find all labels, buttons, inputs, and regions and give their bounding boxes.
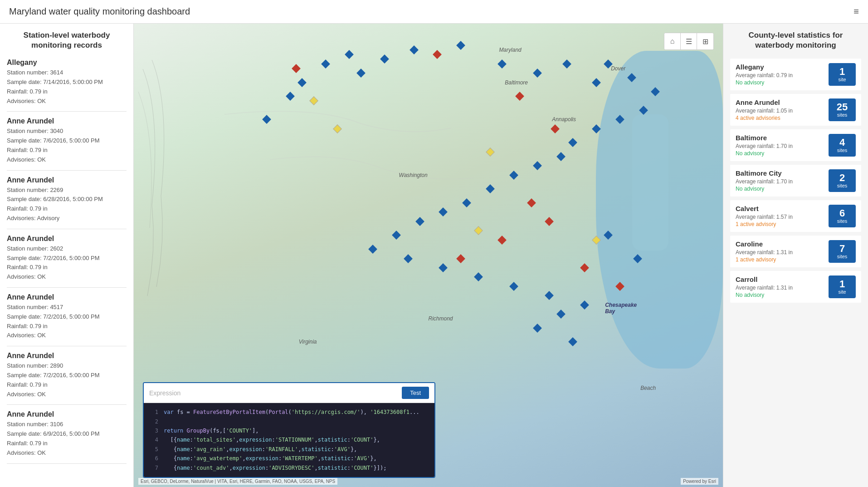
map-label-annapolis: Annapolis xyxy=(552,116,576,123)
test-button[interactable]: Test xyxy=(402,387,429,399)
county-advisory: No advisory xyxy=(736,292,824,298)
map-label-chesapeake: ChesapeakeBay xyxy=(605,302,637,315)
county-rainfall: Average rainfall: 1.57 in xyxy=(736,214,824,220)
county-rainfall: Average rainfall: 1.70 in xyxy=(736,143,824,149)
county-rainfall: Average rainfall: 1.05 in xyxy=(736,108,824,114)
station-detail: Station number: 3040 Sample date: 7/6/20… xyxy=(7,127,127,164)
list-tool-button[interactable]: ☰ xyxy=(681,33,697,49)
badge-number: 6 xyxy=(839,208,845,218)
station-detail: Station number: 3106 Sample date: 6/9/20… xyxy=(7,420,127,457)
county-rainfall: Average rainfall: 1.31 in xyxy=(736,249,824,256)
county-advisory: No advisory xyxy=(736,186,824,192)
station-name: Anne Arundel xyxy=(7,352,127,360)
station-item[interactable]: Anne Arundel Station number: 2890 Sample… xyxy=(7,352,127,405)
map-attribution: Esri, GEBCO, DeLorme, NaturalVue | VITA,… xyxy=(138,478,337,485)
county-info: Carroll Average rainfall: 1.31 in No adv… xyxy=(736,275,824,298)
badge-number: 2 xyxy=(839,173,845,183)
map-toolbar: ⌂ ☰ ⊞ xyxy=(664,33,714,50)
county-list: Allegany Average rainfall: 0.79 in No ad… xyxy=(730,59,861,303)
map-label-washington: Washington xyxy=(399,172,428,178)
map-label-beach: Beach xyxy=(640,385,656,391)
map-label-virginia: Virginia xyxy=(299,339,317,345)
expression-body[interactable]: 1 var fs = FeatureSetByPortalItem(Portal… xyxy=(144,403,434,477)
code-line-7: 7 {name:'count_adv',expression:'ADVISORY… xyxy=(149,463,429,472)
badge-label: site xyxy=(838,289,846,295)
station-item[interactable]: Anne Arundel Station number: 3106 Sample… xyxy=(7,410,127,463)
county-name: Baltimore City xyxy=(736,169,824,177)
code-line-6: 6 {name:'avg_watertemp',expression:'WATE… xyxy=(149,454,429,463)
county-item[interactable]: Allegany Average rainfall: 0.79 in No ad… xyxy=(730,59,861,90)
county-name: Caroline xyxy=(736,240,824,248)
layers-tool-button[interactable]: ⊞ xyxy=(697,33,713,49)
county-name: Allegany xyxy=(736,63,824,71)
code-line-1: 1 var fs = FeatureSetByPortalItem(Portal… xyxy=(149,408,429,417)
app-title: Maryland water quality monitoring dashbo… xyxy=(9,6,190,17)
county-badge: 1 site xyxy=(829,63,856,86)
county-item[interactable]: Baltimore City Average rainfall: 1.70 in… xyxy=(730,165,861,197)
county-name: Calvert xyxy=(736,205,824,212)
county-info: Calvert Average rainfall: 1.57 in 1 acti… xyxy=(736,205,824,227)
station-name: Allegany xyxy=(7,59,127,67)
county-advisory: 1 active advisory xyxy=(736,221,824,227)
station-detail: Station number: 3614 Sample date: 7/14/2… xyxy=(7,68,127,106)
county-item[interactable]: Baltimore Average rainfall: 1.70 in No a… xyxy=(730,129,861,161)
map-attribution-powered: Powered by Esri xyxy=(681,478,718,485)
app-header: Maryland water quality monitoring dashbo… xyxy=(0,0,868,24)
map-area[interactable]: Maryland Baltimore Annapolis Dover Washi… xyxy=(134,24,723,487)
county-badge: 1 site xyxy=(829,275,856,298)
station-item[interactable]: Anne Arundel Station number: 2602 Sample… xyxy=(7,235,127,288)
county-badge: 25 sites xyxy=(829,98,856,121)
county-item[interactable]: Anne Arundel Average rainfall: 1.05 in 4… xyxy=(730,94,861,126)
station-name: Anne Arundel xyxy=(7,293,127,301)
badge-number: 4 xyxy=(839,138,845,148)
station-item[interactable]: Anne Arundel Station number: 2269 Sample… xyxy=(7,176,127,229)
county-item[interactable]: Calvert Average rainfall: 1.57 in 1 acti… xyxy=(730,200,861,232)
station-item[interactable]: Anne Arundel Station number: 4517 Sample… xyxy=(7,293,127,346)
badge-label: sites xyxy=(837,254,848,259)
county-name: Carroll xyxy=(736,275,824,283)
badge-label: sites xyxy=(837,148,848,153)
station-detail: Station number: 2602 Sample date: 7/2/20… xyxy=(7,244,127,282)
county-item[interactable]: Caroline Average rainfall: 1.31 in 1 act… xyxy=(730,236,861,267)
station-list: Allegany Station number: 3614 Sample dat… xyxy=(7,59,127,463)
county-name: Baltimore xyxy=(736,134,824,142)
expression-label: Expression xyxy=(149,389,180,397)
county-badge: 4 sites xyxy=(829,134,856,157)
code-line-2: 2 xyxy=(149,417,429,426)
county-item[interactable]: Carroll Average rainfall: 1.31 in No adv… xyxy=(730,271,861,303)
badge-number: 1 xyxy=(839,279,845,289)
badge-label: sites xyxy=(837,218,848,224)
main-content: Station-level waterbody monitoring recor… xyxy=(0,24,868,487)
map-label-baltimore: Baltimore xyxy=(505,79,528,86)
county-info: Allegany Average rainfall: 0.79 in No ad… xyxy=(736,63,824,86)
code-line-5: 5 {name:'avg_rain',expression:'RAINFALL'… xyxy=(149,445,429,454)
county-advisory: 1 active advisory xyxy=(736,256,824,263)
county-advisory: No advisory xyxy=(736,150,824,157)
station-detail: Station number: 4517 Sample date: 7/2/20… xyxy=(7,303,127,340)
station-name: Anne Arundel xyxy=(7,176,127,184)
map-label-richmond: Richmond xyxy=(429,315,453,322)
menu-icon[interactable]: ≡ xyxy=(853,6,859,17)
map-label-maryland: Maryland xyxy=(499,47,521,53)
station-detail: Station number: 2269 Sample date: 6/28/2… xyxy=(7,186,127,223)
right-panel-title: County-level statistics for waterbody mo… xyxy=(730,30,861,50)
badge-number: 25 xyxy=(837,102,848,112)
county-info: Baltimore City Average rainfall: 1.70 in… xyxy=(736,169,824,192)
county-badge: 7 sites xyxy=(829,240,856,263)
expression-editor[interactable]: Expression Test 1 var fs = FeatureSetByP… xyxy=(143,382,435,478)
county-rainfall: Average rainfall: 0.79 in xyxy=(736,72,824,79)
badge-number: 1 xyxy=(839,67,845,77)
station-item[interactable]: Allegany Station number: 3614 Sample dat… xyxy=(7,59,127,112)
county-name: Anne Arundel xyxy=(736,98,824,106)
station-item[interactable]: Anne Arundel Station number: 3040 Sample… xyxy=(7,117,127,170)
badge-label: sites xyxy=(837,183,848,188)
station-detail: Station number: 2890 Sample date: 7/2/20… xyxy=(7,361,127,399)
code-line-3: 3 return GroupBy(fs,['COUNTY'], xyxy=(149,426,429,435)
left-panel-title: Station-level waterbody monitoring recor… xyxy=(7,30,127,50)
county-info: Baltimore Average rainfall: 1.70 in No a… xyxy=(736,134,824,157)
county-badge: 6 sites xyxy=(829,205,856,227)
county-rainfall: Average rainfall: 1.31 in xyxy=(736,285,824,291)
home-tool-button[interactable]: ⌂ xyxy=(664,33,681,49)
expression-header: Expression Test xyxy=(144,383,434,403)
code-line-4: 4 [{name:'total_sites',expression:'STATI… xyxy=(149,435,429,444)
